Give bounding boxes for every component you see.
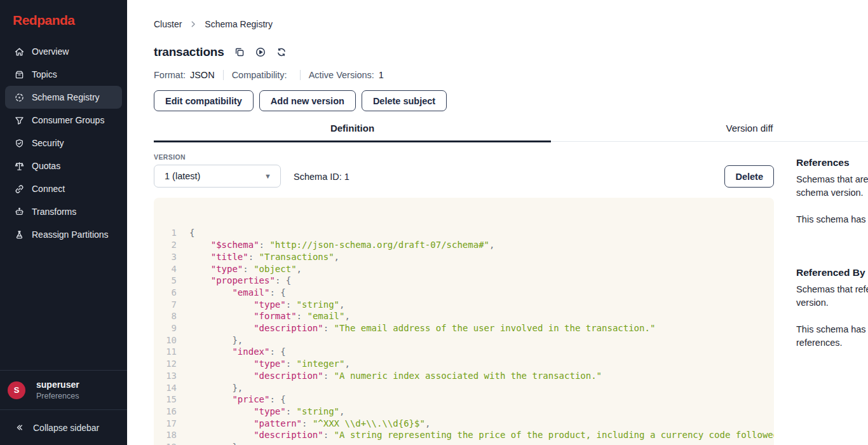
collapse-sidebar-label: Collapse sidebar [33,423,99,433]
active-versions-label: Active Versions: [309,70,374,80]
divider [223,70,224,80]
sidebar-item-label: Reassign Partitions [32,229,109,240]
sidebar-item-quotas[interactable]: Quotas [5,154,122,177]
schema-json-editor[interactable]: 1{2 "$schema": "http://json-schema.org/d… [154,198,774,445]
sidebar-item-label: Connect [32,184,65,194]
flask-icon [14,229,25,240]
schema-id-text: Schema ID: 1 [294,172,349,182]
action-buttons: Edit compatibility Add new version Delet… [154,90,868,111]
version-controls: VERSION 1 (latest) ▼ Schema ID: 1 Delete [154,153,774,188]
breadcrumb: Cluster Schema Registry [154,19,868,29]
tab-definition[interactable]: Definition [154,123,551,142]
avatar: S [8,381,25,399]
sidebar-item-label: Quotas [32,161,60,171]
sidebar: Redpanda Overview Topics Schema Registry [0,0,127,445]
referenced-by-title: Referenced By [796,267,868,278]
add-new-version-button[interactable]: Add new version [259,90,356,111]
sidebar-item-label: Overview [32,46,69,57]
tab-version-diff[interactable]: Version diff [551,123,868,142]
referenced-by-empty-text: This schema has no incoming references. [796,323,868,350]
version-selected-value: 1 (latest) [165,171,200,181]
page-title: transactions [154,45,224,59]
chevrons-left-icon [14,422,25,433]
app-window: Redpanda Overview Topics Schema Registry [0,0,868,445]
sidebar-item-label: Topics [32,69,57,79]
sidebar-item-overview[interactable]: Overview [5,40,122,63]
caret-down-icon: ▼ [264,172,271,180]
sidebar-spacer [0,246,127,370]
title-row: transactions [154,45,868,59]
references-description: Schemas that are referenced by this sche… [796,173,868,200]
box-icon [14,69,25,80]
sidebar-item-schema-registry[interactable]: Schema Registry [5,86,122,109]
subject-meta: Format: JSON Compatibility: Active Versi… [154,70,868,80]
user-section[interactable]: S superuser Preferences [0,370,127,409]
version-label: VERSION [154,153,281,161]
collapse-sidebar-button[interactable]: Collapse sidebar [0,409,127,445]
references-empty-text: This schema has no references. [796,213,868,226]
referenced-by-description: Schemas that reference this schema versi… [796,283,868,310]
sidebar-item-label: Transforms [32,207,76,217]
divider [300,70,301,80]
copy-icon[interactable] [234,46,245,58]
delete-version-button[interactable]: Delete [724,165,774,188]
sidebar-item-label: Consumer Groups [32,115,104,125]
breadcrumb-schema-registry[interactable]: Schema Registry [205,19,273,29]
robot-icon [14,207,25,217]
sidebar-item-consumer-groups[interactable]: Consumer Groups [5,109,122,132]
refresh-icon[interactable] [276,46,287,58]
chevron-right-icon [189,20,198,29]
sidebar-nav: Overview Topics Schema Registry Consumer… [0,40,127,246]
funnel-icon [14,115,25,126]
format-label: Format: [154,70,186,80]
redpanda-logo: Redpanda [0,0,127,31]
main-content: Cluster Schema Registry transactions [127,0,868,445]
version-select[interactable]: 1 (latest) ▼ [154,165,281,188]
sidebar-item-label: Schema Registry [32,92,100,102]
scales-icon [14,161,25,172]
sidebar-item-topics[interactable]: Topics [5,63,122,86]
schema-icon [14,92,25,103]
home-icon [14,46,25,57]
compatibility-label: Compatibility: [232,70,287,80]
sidebar-item-reassign-partitions[interactable]: Reassign Partitions [5,223,122,246]
user-name: superuser [36,380,79,390]
breadcrumb-cluster[interactable]: Cluster [154,19,182,29]
sidebar-item-label: Security [32,138,64,148]
references-panel: References Schemas that are referenced b… [796,153,868,445]
tab-bar: Definition Version diff [154,123,868,142]
references-title: References [796,157,868,168]
user-text: superuser Preferences [36,380,79,400]
edit-compatibility-button[interactable]: Edit compatibility [154,90,254,111]
sidebar-item-transforms[interactable]: Transforms [5,200,122,223]
delete-subject-button[interactable]: Delete subject [362,90,447,111]
definition-panel: VERSION 1 (latest) ▼ Schema ID: 1 Delete… [154,153,774,445]
shield-check-icon [14,138,25,149]
sidebar-item-connect[interactable]: Connect [5,177,122,200]
sidebar-item-security[interactable]: Security [5,132,122,154]
link-icon [14,184,25,195]
code-lines: 1{2 "$schema": "http://json-schema.org/d… [154,227,774,445]
format-value: JSON [190,70,215,80]
user-preferences-link[interactable]: Preferences [36,392,79,400]
active-versions-value: 1 [379,70,384,80]
play-circle-icon[interactable] [255,46,266,58]
